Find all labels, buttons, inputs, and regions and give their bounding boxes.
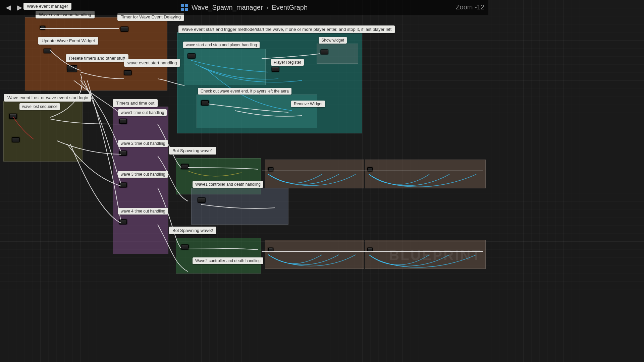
- region-tan1[interactable]: [265, 160, 364, 188]
- comment-wave1-controller[interactable]: Wave1 controller and death handling: [193, 181, 263, 188]
- comment-tab[interactable]: Wave event manager: [23, 3, 71, 10]
- comment-trigger-method[interactable]: Wave event start end trigger methode/sta…: [178, 25, 395, 33]
- region-slate1[interactable]: [191, 188, 288, 225]
- forward-button[interactable]: ▶: [15, 3, 24, 12]
- chevron-right-icon: ›: [266, 4, 269, 11]
- comment-update-widget[interactable]: Update Wave Event Widget: [38, 37, 98, 45]
- region-teal-inner[interactable]: [184, 49, 266, 85]
- comment-wave2-controller[interactable]: Wave2 controller and death handling: [193, 257, 263, 264]
- comment-check-end[interactable]: Check out wave event end, if players lef…: [198, 88, 291, 95]
- comment-reset-timers[interactable]: Resete timers and other stuff: [66, 54, 128, 62]
- comment-bot-spawn1[interactable]: Bot Spawning wave1: [169, 147, 216, 155]
- breadcrumb[interactable]: Wave_Spawn_manager › EventGraph: [181, 4, 308, 11]
- comment-wave-lost[interactable]: wave lost sequence: [19, 103, 60, 110]
- region-tan3[interactable]: [265, 240, 364, 269]
- comment-wave-start[interactable]: wave event start handling: [124, 59, 180, 67]
- comment-timers[interactable]: Timers and time out: [113, 99, 158, 107]
- region-green2[interactable]: [176, 238, 261, 274]
- zoom-indicator: Zoom -12: [455, 3, 484, 11]
- comment-bot-spawn2[interactable]: Bot Spawning wave2: [169, 227, 216, 234]
- top-bar: ◀ ▶ Wave_Spawn_manager › EventGraph Zoom…: [0, 0, 488, 15]
- back-button[interactable]: ◀: [3, 3, 13, 12]
- region-orange[interactable]: [25, 17, 167, 90]
- comment-wave3-timeout[interactable]: wave 3 time out handling: [118, 171, 168, 178]
- comment-wave-start-stop[interactable]: wave start and stop and player handling: [183, 42, 260, 48]
- comment-player-register[interactable]: Player Register: [271, 59, 304, 66]
- region-teal-inner2[interactable]: [197, 95, 317, 128]
- watermark: BLUEPRINT: [389, 247, 482, 263]
- region-tan2[interactable]: [365, 160, 486, 188]
- comment-wave4-timeout[interactable]: wave 4 time out handling: [118, 208, 168, 215]
- comment-wave1-timeout[interactable]: wave1 time out handling: [118, 109, 167, 116]
- comment-wave2-timeout[interactable]: wave 2 time out handling: [118, 140, 168, 147]
- graph-name[interactable]: EventGraph: [272, 4, 308, 11]
- blueprint-name[interactable]: Wave_Spawn_manager: [192, 4, 263, 11]
- comment-lost-start[interactable]: Wave event Lost or wave event start logi…: [4, 94, 91, 102]
- region-olive[interactable]: [3, 101, 83, 162]
- blueprint-icon: [181, 4, 188, 11]
- event-graph-canvas[interactable]: Wave event wonn handling Timer for Wave …: [0, 0, 488, 274]
- region-purple[interactable]: [113, 107, 168, 254]
- comment-show-widget[interactable]: Show widget: [319, 37, 347, 44]
- comment-remove-widget[interactable]: Remove Widget: [291, 101, 325, 107]
